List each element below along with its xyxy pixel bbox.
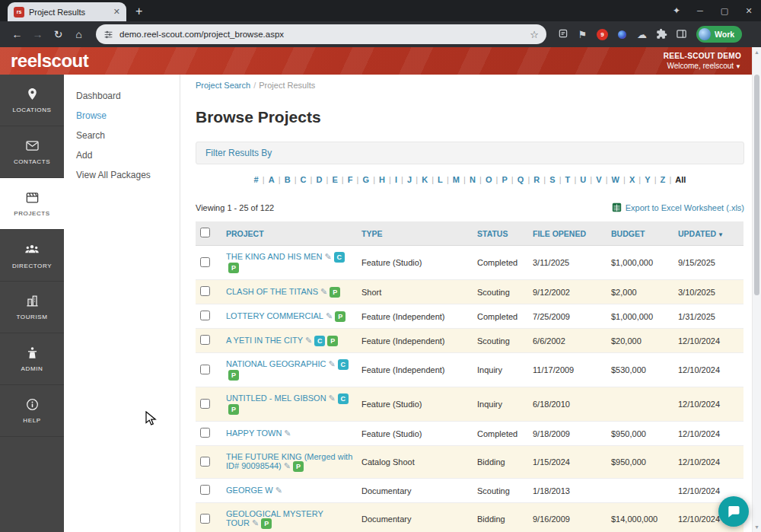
- side-panel-icon[interactable]: [673, 28, 690, 41]
- profile-chip[interactable]: Work: [696, 26, 742, 43]
- back-button[interactable]: ←: [8, 28, 27, 40]
- alphabet-filter-All[interactable]: All: [675, 175, 686, 184]
- row-checkbox[interactable]: [200, 365, 210, 374]
- sidebar-item-locations[interactable]: LOCATIONS: [0, 75, 64, 126]
- new-tab-button[interactable]: +: [135, 5, 142, 18]
- sidebar-item-admin[interactable]: ADMIN: [0, 333, 64, 385]
- home-button[interactable]: ⌂: [69, 28, 88, 40]
- package-badge[interactable]: P: [261, 518, 272, 529]
- menu-item-browse[interactable]: Browse: [64, 107, 180, 125]
- edit-pencil-icon[interactable]: ✎: [329, 393, 336, 403]
- row-checkbox[interactable]: [200, 485, 210, 495]
- alphabet-filter-U[interactable]: U: [580, 175, 586, 184]
- column-header-budget[interactable]: BUDGET: [607, 221, 673, 246]
- edit-pencil-icon[interactable]: ✎: [275, 486, 282, 495]
- extensions-puzzle-icon[interactable]: [653, 28, 670, 41]
- alphabet-filter-J[interactable]: J: [407, 175, 412, 184]
- project-link[interactable]: GEORGE W: [226, 486, 273, 495]
- menu-item-search[interactable]: Search: [64, 126, 180, 145]
- browser-sparkle-icon[interactable]: ✦: [665, 0, 688, 21]
- bookmark-star-icon[interactable]: ☆: [530, 29, 539, 40]
- edit-pencil-icon[interactable]: ✎: [326, 311, 333, 320]
- window-maximize-button[interactable]: ▢: [712, 0, 737, 21]
- filter-results-toggle[interactable]: Filter Results By: [196, 142, 744, 164]
- extension-icon-2[interactable]: [618, 30, 626, 39]
- alphabet-filter-I[interactable]: I: [395, 175, 397, 184]
- project-link[interactable]: HAPPY TOWN: [226, 428, 282, 438]
- menu-item-add[interactable]: Add: [64, 146, 180, 164]
- alphabet-filter-A[interactable]: A: [269, 175, 275, 184]
- project-link[interactable]: A YETI IN THE CITY: [226, 336, 303, 345]
- alphabet-filter-F[interactable]: F: [348, 175, 353, 184]
- alphabet-filter-L[interactable]: L: [438, 175, 443, 184]
- alphabet-filter-Q[interactable]: Q: [517, 175, 524, 184]
- chat-widget-button[interactable]: [718, 496, 749, 527]
- row-checkbox[interactable]: [200, 428, 210, 438]
- edit-pencil-icon[interactable]: ✎: [284, 461, 291, 470]
- sidebar-item-directory[interactable]: DIRECTORY: [0, 230, 64, 282]
- alphabet-filter-B[interactable]: B: [285, 175, 291, 184]
- notification-badge-icon[interactable]: 9: [597, 29, 608, 40]
- column-header-type[interactable]: TYPE: [357, 221, 473, 246]
- sidebar-item-projects[interactable]: PROJECTS: [0, 178, 64, 230]
- url-text[interactable]: demo.reel-scout.com/project_browse.aspx: [119, 30, 524, 39]
- tab-close-icon[interactable]: ✕: [113, 7, 120, 17]
- package-badge[interactable]: P: [330, 287, 340, 298]
- package-badge[interactable]: P: [228, 404, 239, 415]
- row-checkbox[interactable]: [200, 286, 210, 296]
- column-header-updated[interactable]: UPDATED▼: [673, 221, 743, 246]
- page-scrollbar[interactable]: ▲ ▼: [752, 47, 761, 532]
- alphabet-filter-H[interactable]: H: [379, 175, 385, 184]
- column-header-status[interactable]: STATUS: [473, 221, 528, 246]
- window-minimize-button[interactable]: ─: [688, 0, 712, 21]
- sidebar-item-help[interactable]: HELP: [0, 385, 64, 437]
- address-bar[interactable]: demo.reel-scout.com/project_browse.aspx …: [96, 24, 546, 44]
- project-link[interactable]: GEOLOGICAL MYSTERY TOUR: [226, 509, 323, 527]
- sidebar-item-contacts[interactable]: CONTACTS: [0, 126, 64, 178]
- alphabet-filter-V[interactable]: V: [596, 175, 601, 184]
- row-checkbox[interactable]: [200, 335, 210, 345]
- reelscout-logo[interactable]: reelscout: [11, 50, 88, 72]
- edit-pencil-icon[interactable]: ✎: [252, 518, 259, 527]
- column-header-project[interactable]: PROJECT: [221, 221, 357, 246]
- alphabet-filter-R[interactable]: R: [533, 175, 540, 184]
- welcome-menu[interactable]: Welcome, reelscout▼: [664, 62, 741, 70]
- project-link[interactable]: CLASH OF THE TITANS: [226, 287, 318, 296]
- cloud-icon[interactable]: ☁: [633, 30, 651, 40]
- contacts-badge[interactable]: C: [334, 252, 345, 263]
- alphabet-filter-N[interactable]: N: [470, 175, 476, 184]
- row-checkbox[interactable]: [200, 257, 210, 267]
- edit-pencil-icon[interactable]: ✎: [305, 336, 312, 345]
- alphabet-filter-T[interactable]: T: [565, 175, 571, 184]
- alphabet-filter-Y[interactable]: Y: [645, 175, 650, 184]
- alphabet-filter-K[interactable]: K: [422, 175, 428, 184]
- sidebar-item-tourism[interactable]: TOURISM: [0, 282, 64, 333]
- package-badge[interactable]: P: [327, 336, 338, 346]
- menu-item-dashboard[interactable]: Dashboard: [64, 87, 180, 105]
- column-header-file-opened[interactable]: FILE OPENED: [528, 221, 607, 246]
- breadcrumb-project-search[interactable]: Project Search: [196, 81, 250, 90]
- menu-item-view-all-packages[interactable]: View All Packages: [64, 166, 180, 184]
- package-badge[interactable]: P: [335, 311, 345, 322]
- edit-pencil-icon[interactable]: ✎: [325, 252, 332, 261]
- scroll-down-icon[interactable]: ▼: [753, 524, 761, 530]
- project-link[interactable]: LOTTERY COMMERCIAL: [226, 311, 323, 320]
- package-badge[interactable]: P: [228, 370, 239, 381]
- flag-icon[interactable]: ⚑: [574, 30, 591, 40]
- site-settings-icon[interactable]: [103, 30, 113, 40]
- project-link[interactable]: THE KING AND HIS MEN: [226, 252, 323, 261]
- alphabet-filter-W[interactable]: W: [612, 175, 619, 184]
- edit-pencil-icon[interactable]: ✎: [328, 359, 335, 368]
- row-checkbox[interactable]: [200, 311, 210, 320]
- alphabet-filter-X[interactable]: X: [629, 175, 635, 184]
- alphabet-filter-O[interactable]: O: [486, 175, 492, 184]
- alphabet-filter-S[interactable]: S: [549, 175, 555, 184]
- row-checkbox[interactable]: [200, 399, 210, 409]
- alphabet-filter-D[interactable]: D: [317, 175, 323, 184]
- alphabet-filter-E[interactable]: E: [332, 175, 337, 184]
- alphabet-filter-C[interactable]: C: [301, 175, 307, 184]
- reload-button[interactable]: ↻: [49, 28, 68, 40]
- alphabet-filter-Z[interactable]: Z: [661, 175, 666, 184]
- edit-pencil-icon[interactable]: ✎: [284, 428, 291, 438]
- browser-tab[interactable]: rs Project Results ✕: [8, 2, 126, 21]
